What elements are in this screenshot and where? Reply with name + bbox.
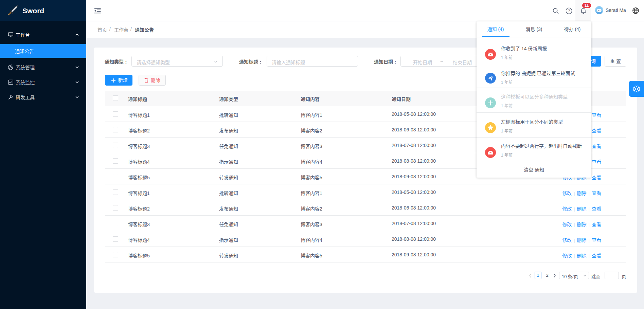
svg-text:?: ? (568, 9, 570, 13)
